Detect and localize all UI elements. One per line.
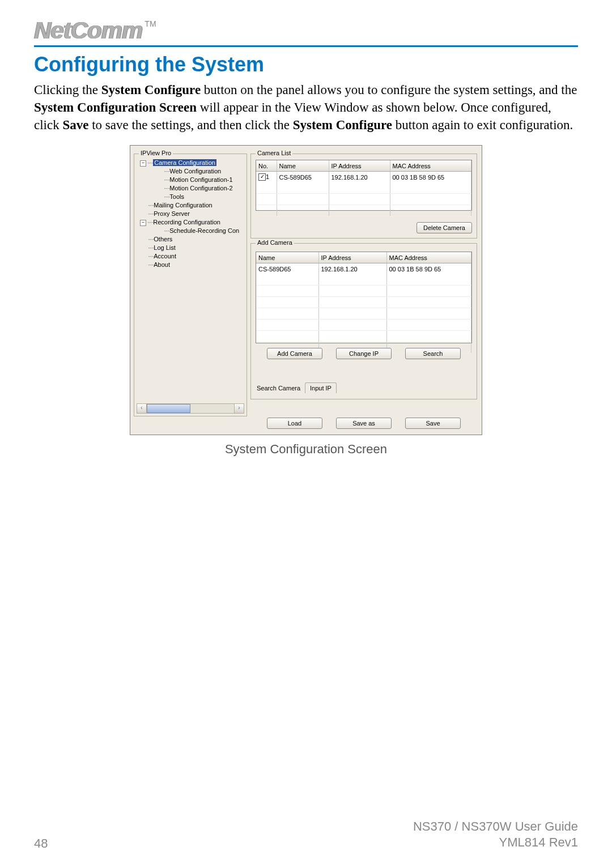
tree-connector-icon: ····· bbox=[164, 185, 169, 192]
scroll-right-arrow-icon[interactable]: › bbox=[234, 404, 244, 413]
table-header-row: Name IP Address MAC Address bbox=[256, 252, 471, 263]
col-ip[interactable]: IP Address bbox=[318, 252, 386, 263]
tree-item-label: Account bbox=[154, 253, 176, 259]
footer-guide: NS370 / NS370W User Guide bbox=[413, 819, 578, 835]
camera-list-legend: Camera List bbox=[256, 150, 292, 156]
save-as-button[interactable]: Save as bbox=[336, 418, 392, 429]
tree-item-label: Mailing Configuration bbox=[154, 202, 212, 209]
scroll-left-arrow-icon[interactable]: ‹ bbox=[137, 404, 147, 413]
tree-item[interactable]: ·····Others bbox=[137, 235, 244, 244]
col-mac[interactable]: MAC Address bbox=[390, 160, 471, 172]
brand-tm: TM bbox=[144, 19, 156, 28]
change-ip-button[interactable]: Change IP bbox=[336, 348, 392, 359]
tree-item-label: Schedule-Recording Con bbox=[169, 227, 239, 234]
search-camera-tab-label: Search Camera bbox=[257, 385, 300, 392]
brand-name: NetComm bbox=[34, 17, 142, 44]
bottom-button-row: Load Save as Save bbox=[250, 418, 477, 429]
col-no[interactable]: No. bbox=[256, 160, 277, 172]
col-name[interactable]: Name bbox=[277, 160, 329, 172]
tree-connector-icon: ····· bbox=[148, 244, 154, 251]
table-row[interactable]: CS-589D65 192.168.1.20 00 03 1B 58 9D 65 bbox=[256, 263, 471, 275]
system-config-screenshot: IPView Pro −·····Camera Configuration···… bbox=[130, 145, 482, 435]
row-checkbox-icon[interactable]: ✓ bbox=[258, 173, 266, 181]
col-mac[interactable]: MAC Address bbox=[386, 252, 471, 263]
tree-connector-icon: ····· bbox=[148, 261, 154, 268]
tree-item-label: Proxy Server bbox=[154, 210, 190, 217]
add-camera-legend: Add Camera bbox=[256, 239, 294, 246]
tree-item[interactable]: ·····Proxy Server bbox=[137, 210, 244, 218]
tree-connector-icon: ····· bbox=[148, 210, 154, 217]
tree-panel: IPView Pro −·····Camera Configuration···… bbox=[134, 154, 247, 416]
add-camera-panel: Add Camera Name IP Address MAC Address C… bbox=[250, 243, 477, 399]
tree-item-label: Log List bbox=[154, 244, 176, 251]
col-ip[interactable]: IP Address bbox=[329, 160, 390, 172]
tree-item[interactable]: ·····Log List bbox=[137, 244, 244, 252]
header-rule bbox=[34, 45, 578, 47]
tree-item[interactable]: −·····Recording Configuration bbox=[137, 218, 244, 227]
tree-expander-icon[interactable]: − bbox=[140, 220, 146, 226]
table-header-row: No. Name IP Address MAC Address bbox=[256, 160, 471, 172]
tree-item[interactable]: ·····Account bbox=[137, 252, 244, 261]
camera-list-grid[interactable]: No. Name IP Address MAC Address ✓1 CS-58… bbox=[256, 160, 472, 211]
tree-item-label: Tools bbox=[169, 193, 184, 200]
tree-connector-icon: ····· bbox=[148, 236, 154, 242]
tree-item[interactable]: ·····Motion Configuration-2 bbox=[137, 184, 244, 193]
tree-connector-icon: ····· bbox=[148, 253, 154, 259]
load-button[interactable]: Load bbox=[267, 418, 322, 429]
search-button[interactable]: Search bbox=[405, 348, 461, 359]
tree-item[interactable]: ·····Tools bbox=[137, 193, 244, 201]
tree-item-label: Recording Configuration bbox=[153, 219, 220, 225]
tree-item[interactable]: ·····Motion Configuration-1 bbox=[137, 176, 244, 184]
tree-item-label: Motion Configuration-1 bbox=[169, 176, 232, 183]
tree-connector-icon: ····· bbox=[164, 176, 169, 183]
tree-item-label: Web Configuration bbox=[169, 168, 221, 175]
tree-connector-icon: ····· bbox=[148, 202, 154, 209]
col-name[interactable]: Name bbox=[256, 252, 318, 263]
brand-logo: NetComm TM bbox=[34, 17, 578, 45]
tree-connector-icon: ····· bbox=[164, 168, 169, 175]
tree-view[interactable]: −·····Camera Configuration·····Web Confi… bbox=[137, 159, 244, 402]
tree-horizontal-scrollbar[interactable]: ‹ › bbox=[137, 403, 244, 414]
footer-rev: YML814 Rev1 bbox=[413, 835, 578, 851]
tree-connector-icon: ····· bbox=[147, 219, 153, 225]
page-number: 48 bbox=[34, 836, 48, 851]
save-button[interactable]: Save bbox=[405, 418, 461, 429]
tree-item[interactable]: ·····About bbox=[137, 261, 244, 269]
add-camera-button[interactable]: Add Camera bbox=[267, 348, 322, 359]
tree-item[interactable]: ·····Web Configuration bbox=[137, 167, 244, 176]
page-footer: 48 NS370 / NS370W User Guide YML814 Rev1 bbox=[34, 819, 578, 851]
tree-legend: IPView Pro bbox=[139, 150, 173, 156]
tree-item-label: Others bbox=[154, 236, 172, 242]
scroll-thumb[interactable] bbox=[147, 404, 190, 413]
tree-item[interactable]: ·····Mailing Configuration bbox=[137, 201, 244, 210]
delete-camera-button[interactable]: Delete Camera bbox=[416, 222, 472, 233]
intro-paragraph: Clicking the System Configure button on … bbox=[34, 81, 578, 134]
tree-item-label: Motion Configuration-2 bbox=[169, 185, 232, 192]
tree-connector-icon: ····· bbox=[164, 193, 169, 200]
tree-item[interactable]: −·····Camera Configuration bbox=[137, 159, 244, 167]
tree-item-label: About bbox=[154, 261, 170, 268]
page-title: Configuring the System bbox=[34, 53, 578, 76]
tree-expander-icon[interactable]: − bbox=[140, 160, 146, 167]
tree-connector-icon: ····· bbox=[164, 227, 169, 234]
tab-input-ip[interactable]: Input IP bbox=[305, 382, 337, 393]
add-camera-grid[interactable]: Name IP Address MAC Address CS-589D65 19… bbox=[256, 252, 472, 343]
screenshot-caption: System Configuration Screen bbox=[34, 442, 578, 457]
tree-connector-icon: ····· bbox=[147, 159, 153, 166]
scroll-track[interactable] bbox=[147, 404, 234, 413]
tree-item[interactable]: ·····Schedule-Recording Con bbox=[137, 227, 244, 235]
camera-list-panel: Camera List No. Name IP Address MAC Addr… bbox=[250, 154, 477, 239]
table-row[interactable]: ✓1 CS-589D65 192.168.1.20 00 03 1B 58 9D… bbox=[256, 172, 471, 183]
tree-item-label: Camera Configuration bbox=[153, 159, 216, 166]
